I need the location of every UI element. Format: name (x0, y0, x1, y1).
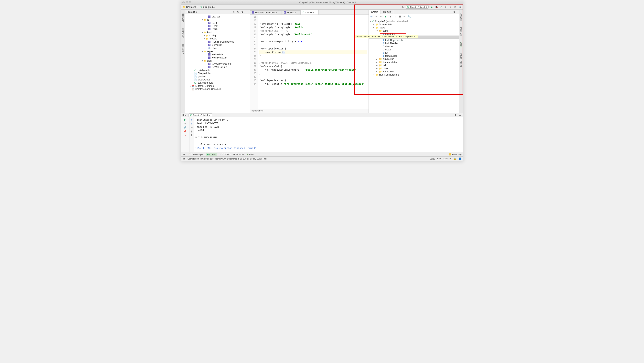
tree-item[interactable]: 🅺IO.kt (185, 21, 250, 24)
terminal-tab[interactable]: ▣Terminal (233, 153, 244, 156)
run-button[interactable]: ▶ (430, 5, 433, 9)
tree-item[interactable]: 📄Chapter8.iml (185, 72, 250, 75)
editor-code[interactable]: } "kw">apply "kw">plugin: 'java' "kw">ap… (258, 15, 368, 109)
run-configuration-selector[interactable]: ⬡ Chapter8 [build] ▾ (406, 5, 428, 9)
layout-button[interactable]: ⊞ (454, 5, 457, 9)
gradle-folder[interactable]: ▶📁Source Sets (369, 23, 459, 26)
close-icon[interactable]: × (315, 11, 316, 13)
todo-tab[interactable]: ✓6: TODO (220, 153, 230, 156)
structure-tool-tab[interactable]: 7: Structure (182, 28, 184, 38)
editor-tab[interactable]: 🅺RESTFulComponent.kt× (250, 10, 282, 14)
gradle-task[interactable]: ✲buildDependents (369, 39, 459, 42)
gradle-folder[interactable]: ▶📁other (369, 67, 459, 70)
tree-item[interactable]: ⬡build.gradle (185, 69, 250, 72)
gradle-folder[interactable]: ▶📁Run Configurations (369, 73, 459, 76)
status-icon[interactable]: ▣ (182, 157, 186, 160)
eventlog-tab[interactable]: 1Event Log (449, 153, 462, 156)
tree-item[interactable]: ▶📁module (185, 37, 250, 40)
hide-icon[interactable]: — (458, 114, 462, 117)
file-encoding[interactable]: UTF-8≑ (444, 157, 452, 160)
collapse-icon[interactable]: ⇲ (236, 10, 240, 13)
build-tab[interactable]: ⚒Build (246, 153, 254, 156)
gradle-task[interactable]: ✲clean (369, 48, 459, 51)
gradle-tree[interactable]: ▼ ⬡ Chapter8 (auto-import enabled) ▶📁Sou… (369, 19, 459, 113)
tree-item[interactable]: 🅺SAMInKotlin.kt (185, 65, 250, 69)
collapse-icon[interactable]: ⬆ (394, 15, 396, 18)
down-icon[interactable]: ↓ (190, 122, 193, 125)
gradle-folder[interactable]: ▶📁build setup (369, 57, 459, 61)
gradle-task[interactable]: ✲jar (369, 51, 459, 54)
tree-item[interactable]: 📋Scratches and Consoles (185, 87, 250, 91)
pin-icon[interactable]: 📌 (184, 130, 187, 133)
close-icon[interactable]: × (278, 11, 280, 14)
tree-item[interactable]: 📄gradlew.bat (185, 78, 250, 81)
gradle-folder[interactable]: ▼📁build (369, 29, 459, 32)
database-tool-tab[interactable]: Database (460, 27, 462, 36)
gradle-folder[interactable]: ▶📁documentation (369, 61, 459, 64)
run-task-icon[interactable]: ▶ (384, 15, 387, 18)
gradle-projects-tab[interactable]: projects (381, 10, 394, 14)
tree-item[interactable]: 🅺SAMConversion.kt (185, 62, 250, 65)
breadcrumb-project[interactable]: Chapter8 (186, 6, 196, 8)
add-icon[interactable]: ＋ (374, 15, 378, 18)
gradle-root[interactable]: ▼ ⬡ Chapter8 (auto-import enabled) (369, 20, 459, 23)
gradle-folder[interactable]: ▶📁verification (369, 70, 459, 73)
hide-icon[interactable]: — (456, 10, 459, 13)
offline-icon[interactable]: ⇄ (403, 15, 406, 18)
remove-icon[interactable]: － (379, 15, 382, 18)
caret-position[interactable]: 25:19 (430, 158, 435, 160)
lock-icon[interactable]: 🔒 (453, 157, 456, 160)
close-icon[interactable]: × (297, 11, 298, 14)
scroll-icon[interactable]: 🖨 (190, 130, 193, 133)
stop-button[interactable]: ■ (449, 5, 452, 9)
profile-button[interactable]: ⟳ (444, 5, 448, 9)
project-tool-tab[interactable]: 1: Project (182, 13, 184, 22)
gradle-task[interactable]: ✲classes (369, 45, 459, 48)
close-icon[interactable]: ✕ (184, 134, 187, 137)
tree-item[interactable]: 🅺ListTest (185, 15, 250, 18)
chevron-down-icon[interactable]: ▾ (196, 10, 197, 13)
close-window-button[interactable] (182, 1, 184, 3)
tree-item[interactable]: 🅺Service.kt (185, 43, 250, 46)
tree-item[interactable]: ⒸUser (185, 46, 250, 50)
gradle-task[interactable]: ✲testClasses (369, 54, 459, 57)
inspector-icon[interactable]: 👤 (458, 157, 462, 160)
gradle-folder[interactable]: ▼📁Tasks (369, 26, 459, 29)
up-icon[interactable]: ↑ (190, 118, 193, 121)
wrap-icon[interactable]: ↩ (190, 126, 193, 129)
tree-item[interactable]: ▼📁regex (185, 50, 250, 53)
expand-icon[interactable]: ⬇ (389, 15, 392, 18)
favorites-tool-tab[interactable]: 2: Favorites (182, 44, 184, 54)
project-tree[interactable]: 🅺ListTest▼📁io🅺IO.kt🅺IO2.kt🅺IO3.kt▼📁kapt▶… (185, 14, 250, 113)
link-icon[interactable]: 🔗 (184, 126, 187, 129)
tasks-icon[interactable]: ☰ (398, 15, 401, 18)
wrench-icon[interactable]: 🔧 (408, 15, 411, 18)
gradle-tab[interactable]: Gradle (369, 10, 381, 14)
trash-icon[interactable]: 🗑 (190, 134, 193, 137)
tree-item[interactable]: 📄gradlew (185, 75, 250, 78)
run-tab-bottom[interactable]: ▶4: Run (206, 153, 216, 156)
collapse-bottom-icon[interactable]: ▣ (182, 153, 186, 156)
run-tab[interactable]: ⬡ Chapter8 [build] × (188, 113, 212, 117)
run-output[interactable]: :testClasses UP-TO-DATE:test UP-TO-DATE:… (194, 117, 463, 152)
gradle-task[interactable]: ✲buildNeeded (369, 42, 459, 45)
stop-icon[interactable]: ■ (184, 122, 187, 125)
tree-item[interactable]: ⬡settings.gradle (185, 81, 250, 84)
search-everywhere-button[interactable]: 🔍 (458, 5, 462, 9)
tree-item[interactable]: 🅺KotlinMain.kt (185, 53, 250, 56)
breadcrumb-file[interactable]: build.gradle (202, 6, 214, 8)
ant-tool-tab[interactable]: Ant Build (460, 13, 462, 21)
gear-icon[interactable]: ⚙ (452, 10, 456, 13)
close-icon[interactable]: × (209, 114, 210, 116)
zoom-window-button[interactable] (189, 1, 191, 3)
tree-item[interactable]: 🅺KotlinRegex.kt (185, 56, 250, 59)
line-separator[interactable]: LF≑ (437, 157, 442, 160)
gradle-folder[interactable]: ▶📁help (369, 64, 459, 67)
gradle-tool-tab[interactable]: Gradle (460, 42, 462, 47)
tree-item[interactable]: ▶📁config (185, 34, 250, 37)
tree-item[interactable]: ▶📚External Libraries (185, 84, 250, 87)
tree-item[interactable]: 🅺IO3.kt (185, 28, 250, 31)
tree-item[interactable]: 🅺RESTFulComponent (185, 40, 250, 43)
editor-breadcrumb[interactable]: repositories{} (250, 109, 368, 113)
locate-icon[interactable]: ⊙ (232, 10, 235, 13)
